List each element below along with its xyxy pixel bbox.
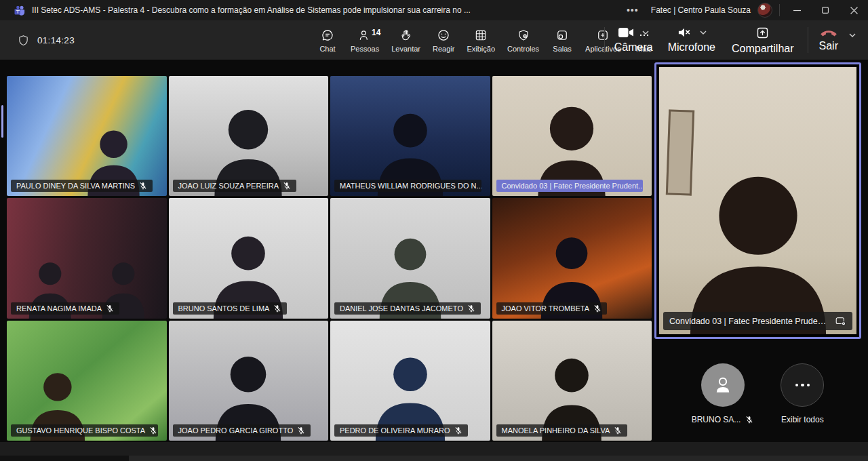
share-button[interactable]: Compartilhar <box>725 26 801 55</box>
video-tile-matheus[interactable]: MATHEUS WILLIAM RODRIGUES DO N... <box>330 76 490 196</box>
people-count-badge: 14 <box>372 28 380 37</box>
microphone-muted-icon <box>677 26 692 39</box>
person-icon <box>711 374 734 397</box>
mic-off-icon <box>745 416 753 424</box>
mic-off-icon <box>149 426 157 435</box>
camera-button[interactable]: Câmera <box>612 26 656 54</box>
people-icon: 14 <box>358 28 372 42</box>
participant-name-label: JOAO PEDRO GARCIA GIROTTO <box>173 424 311 437</box>
titlebar-divider <box>779 4 780 16</box>
audio-participant-avatar <box>701 363 745 407</box>
mic-off-icon <box>283 182 291 190</box>
meeting-timer: 01:14:23 <box>37 35 75 45</box>
mic-off-icon <box>273 304 281 313</box>
audio-participant-label: BRUNO SA... <box>692 415 754 424</box>
meeting-title: III Setec ADS-AMS - Palestra 4 - Descubr… <box>32 5 471 15</box>
bottom-strip <box>0 442 868 456</box>
mic-off-icon <box>139 182 147 190</box>
people-button[interactable]: 14 Pessoas <box>344 24 385 56</box>
participant-name-label: RENATA NAGIMA IMADA <box>11 302 119 315</box>
speaker-silhouette <box>673 89 842 334</box>
audio-participant[interactable]: BRUNO SA... <box>692 363 754 424</box>
toolbar-divider <box>604 27 605 53</box>
show-all-circle <box>781 363 824 407</box>
account-name: Fatec | Centro Paula Souza <box>651 5 751 15</box>
show-all-button[interactable]: Exibir todos <box>781 363 824 424</box>
meeting-toolbar: 01:14:23 Chat 14 <box>0 20 868 60</box>
rooms-button[interactable]: Salas <box>545 24 579 56</box>
leave-button[interactable]: Sair <box>815 28 842 52</box>
taskbar-edge <box>0 456 868 461</box>
chat-icon <box>321 28 334 42</box>
scroll-indicator[interactable] <box>1 105 3 138</box>
raise-hand-icon <box>399 28 413 42</box>
minimize-button[interactable] <box>783 0 811 20</box>
spotlight-video: Convidado 03 | Fatec Presidente Prudente… <box>659 67 856 334</box>
leave-chevron-down-icon[interactable] <box>849 33 856 37</box>
participant-name-label: BRUNO SANTOS DE LIMA <box>173 302 288 315</box>
video-tile-paulo[interactable]: PAULO DINEY DA SILVA MARTINS <box>7 76 167 196</box>
controls-shield-gear-icon <box>517 28 530 42</box>
title-bar: III Setec ADS-AMS - Palestra 4 - Descubr… <box>0 0 868 20</box>
participant-grid: PAULO DINEY DA SILVA MARTINS JOAO LUIZ S… <box>7 76 652 441</box>
video-tile-daniel[interactable]: DANIEL JOSE DANTAS JACOMETO <box>330 198 490 318</box>
participant-name-label-active: Convidado 03 | Fatec Presidente Prudent.… <box>496 180 644 192</box>
microphone-button[interactable]: Microfone <box>665 26 718 54</box>
mic-off-icon <box>593 304 601 313</box>
shield-icon <box>18 34 29 47</box>
meeting-stage: PAULO DINEY DA SILVA MARTINS JOAO LUIZ S… <box>0 60 868 442</box>
participant-name-label: PEDRO DE OLIVEIRA MURARO <box>334 424 468 437</box>
participant-name-label: GUSTAVO HENRIQUE BISPO COSTA <box>11 424 158 437</box>
video-tile-joao-luiz[interactable]: JOAO LUIZ SOUZA PEREIRA <box>169 76 329 196</box>
titlebar-more-icon[interactable]: ••• <box>623 5 643 16</box>
mic-off-icon <box>614 426 622 435</box>
rooms-icon <box>555 28 569 42</box>
microphone-chevron-down-icon[interactable] <box>700 31 707 35</box>
mic-off-icon <box>467 304 475 313</box>
account-avatar[interactable] <box>757 3 772 18</box>
raise-hand-button[interactable]: Levantar <box>385 24 427 56</box>
video-tile-joao-pedro[interactable]: JOAO PEDRO GARCIA GIROTTO <box>169 321 329 441</box>
maximize-button[interactable] <box>811 0 840 20</box>
video-tile-joao-vitor[interactable]: JOAO VITOR TROMBETA <box>492 198 652 318</box>
participant-name-label: MATHEUS WILLIAM RODRIGUES DO N... <box>334 180 481 192</box>
spotlight-name-label: Convidado 03 | Fatec Presidente Prudente… <box>663 312 852 330</box>
spotlight-icon <box>835 317 846 326</box>
video-tile-bruno[interactable]: BRUNO SANTOS DE LIMA <box>169 198 329 318</box>
camera-icon <box>618 26 634 39</box>
view-grid-icon <box>474 28 488 42</box>
video-tile-pedro[interactable]: PEDRO DE OLIVEIRA MURARO <box>330 321 490 441</box>
mic-off-icon <box>106 304 114 313</box>
react-smiley-icon <box>437 28 450 42</box>
participant-name-label: MANOELA PINHEIRO DA SILVA <box>496 424 628 437</box>
teams-meeting-window: III Setec ADS-AMS - Palestra 4 - Descubr… <box>0 0 868 461</box>
video-tile-gustavo[interactable]: GUSTAVO HENRIQUE BISPO COSTA <box>7 321 167 441</box>
overflow-participants: BRUNO SA... Exibir todos <box>654 363 861 424</box>
show-all-label: Exibir todos <box>781 415 824 424</box>
hangup-phone-icon <box>820 28 837 37</box>
participant-name-label: JOAO LUIZ SOUZA PEREIRA <box>173 180 297 192</box>
react-button[interactable]: Reagir <box>427 24 460 56</box>
camera-chevron-down-icon[interactable] <box>642 31 649 35</box>
share-icon <box>755 26 770 40</box>
chat-button[interactable]: Chat <box>311 24 344 56</box>
video-tile-convidado[interactable]: Convidado 03 | Fatec Presidente Prudent.… <box>492 76 652 196</box>
view-button[interactable]: Exibição <box>460 24 501 56</box>
mic-off-icon <box>454 426 462 435</box>
video-tile-renata[interactable]: RENATA NAGIMA IMADA <box>7 198 167 318</box>
ellipsis-icon <box>795 384 810 387</box>
video-tile-manoela[interactable]: MANOELA PINHEIRO DA SILVA <box>492 321 652 441</box>
participant-name-label: DANIEL JOSE DANTAS JACOMETO <box>334 302 481 315</box>
controls-button[interactable]: Controles <box>501 24 545 56</box>
participant-name-label: PAULO DINEY DA SILVA MARTINS <box>11 180 153 192</box>
spotlight-tile[interactable]: Convidado 03 | Fatec Presidente Prudente… <box>654 62 861 339</box>
mic-off-icon <box>297 426 305 435</box>
toolbar-divider <box>808 27 808 53</box>
teams-logo-icon <box>14 4 26 16</box>
close-button[interactable] <box>840 0 868 20</box>
participant-name-label: JOAO VITOR TROMBETA <box>496 302 608 315</box>
